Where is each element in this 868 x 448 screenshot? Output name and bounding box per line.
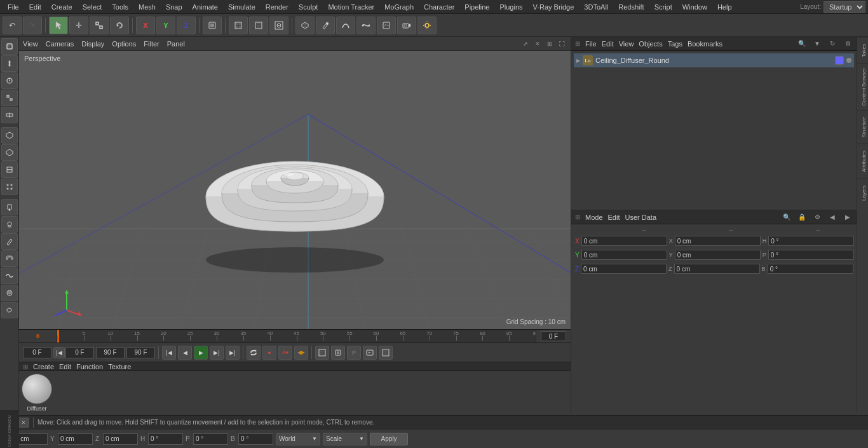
loop-btn[interactable]: [247, 346, 261, 360]
objects-refresh-icon[interactable]: ↻: [827, 39, 837, 49]
edge-mode-btn[interactable]: [1, 161, 18, 178]
timeline-track[interactable]: 051015202530354045505560657075808590: [57, 329, 536, 343]
scale-x-input[interactable]: [675, 236, 761, 246]
attr-search-icon[interactable]: 🔍: [782, 212, 792, 222]
pointer-tool[interactable]: [1, 38, 18, 55]
mode-cross-btn[interactable]: ×: [18, 417, 29, 428]
terrain-button[interactable]: [377, 17, 396, 34]
rot-h-input[interactable]: [768, 236, 854, 246]
viewport-expand-icon[interactable]: ⇗: [520, 39, 531, 49]
transform-tool-left[interactable]: [1, 107, 18, 123]
render-picture-button[interactable]: [269, 17, 288, 34]
objects-objects-menu[interactable]: Objects: [639, 40, 662, 48]
object-color-swatch[interactable]: [835, 56, 844, 65]
attr-settings-icon[interactable]: ⚙: [812, 212, 822, 222]
magnet-tool-btn[interactable]: [1, 250, 18, 267]
move-tool-left[interactable]: [1, 55, 18, 72]
attr-next-icon[interactable]: ▶: [843, 212, 853, 222]
attr-edit-menu[interactable]: Edit: [608, 214, 620, 221]
rot-b-input[interactable]: [768, 264, 853, 274]
material-function-menu[interactable]: Function: [76, 363, 103, 370]
menu-character[interactable]: Character: [419, 2, 459, 12]
preview-end-input[interactable]: [96, 347, 125, 358]
preview-start-input[interactable]: [65, 347, 94, 358]
menu-render[interactable]: Render: [261, 2, 294, 12]
preview-start-btn[interactable]: |◀: [53, 347, 65, 358]
next-frame-btn[interactable]: ▶|: [210, 346, 224, 360]
grab-tool-btn[interactable]: [1, 285, 18, 301]
3d-box-button[interactable]: [295, 17, 315, 34]
tab-content-browser[interactable]: Content Browser: [857, 64, 868, 110]
timeline-current-input[interactable]: [541, 331, 566, 341]
goto-end-btn[interactable]: ▶|: [226, 346, 240, 360]
scale-tool-button[interactable]: [90, 17, 109, 34]
attr-mode-menu[interactable]: Mode: [585, 214, 603, 221]
relax-tool-btn[interactable]: [1, 302, 18, 318]
layout-select[interactable]: Startup: [824, 1, 865, 13]
model-mode-button[interactable]: [203, 17, 222, 34]
viewport-filter-menu[interactable]: Filter: [144, 40, 159, 48]
objects-bookmarks-menu[interactable]: Bookmarks: [688, 40, 722, 48]
objects-settings-icon[interactable]: ⚙: [843, 39, 853, 49]
frame-view-btn[interactable]: [379, 346, 393, 360]
material-edit-menu[interactable]: Edit: [59, 363, 71, 370]
bottom-h-input[interactable]: [148, 433, 183, 445]
record-btn[interactable]: ●: [262, 346, 276, 360]
smooth-tool-btn[interactable]: [1, 268, 18, 284]
light-button[interactable]: [417, 17, 437, 34]
objects-search-icon[interactable]: 🔍: [797, 39, 807, 49]
scale-tool-left[interactable]: [1, 90, 18, 106]
bottom-z-input[interactable]: [103, 433, 138, 445]
menu-motion-tracker[interactable]: Motion Tracker: [323, 2, 379, 12]
deform-button[interactable]: [356, 17, 376, 34]
object-mode-btn[interactable]: [1, 127, 18, 144]
3d-viewport[interactable]: Perspective Grid Spacing : 10 cm: [19, 51, 571, 329]
auto-key-btn[interactable]: A●: [278, 346, 292, 360]
rotate-tool-left[interactable]: [1, 72, 18, 89]
paint-tool-btn[interactable]: [1, 199, 18, 215]
attr-lock-icon[interactable]: 🔒: [797, 212, 807, 222]
viewport-view-menu[interactable]: View: [23, 40, 38, 48]
move-tool-button[interactable]: ✛: [69, 17, 88, 34]
goto-start-btn[interactable]: |◀: [162, 346, 176, 360]
menu-file[interactable]: File: [3, 2, 24, 12]
bottom-scale-dropdown[interactable]: Scale ▼: [323, 433, 367, 445]
object-visibility-dot[interactable]: [846, 58, 851, 63]
pos-z-input[interactable]: [581, 264, 667, 274]
bottom-y-input[interactable]: [58, 433, 93, 445]
z-axis-button[interactable]: Z: [177, 17, 196, 34]
select-tool-button[interactable]: [49, 17, 68, 34]
redo-button[interactable]: ↷: [23, 17, 42, 34]
pos-x-input[interactable]: [581, 236, 667, 246]
camera-button[interactable]: [397, 17, 416, 34]
menu-mograph[interactable]: MoGraph: [379, 2, 419, 12]
menu-3dto[interactable]: 3DToAll: [579, 2, 613, 12]
key-selection-btn[interactable]: [294, 346, 308, 360]
anim-mode-btn[interactable]: P: [347, 346, 361, 360]
apply-button[interactable]: Apply: [370, 433, 408, 445]
menu-select[interactable]: Select: [78, 2, 107, 12]
viewport-panel-menu[interactable]: Panel: [167, 40, 185, 48]
bottom-b-input[interactable]: [238, 433, 273, 445]
vertex-mode-btn[interactable]: [1, 179, 18, 195]
objects-file-menu[interactable]: File: [585, 40, 597, 48]
scale-z-input[interactable]: [674, 264, 760, 274]
menu-simulate[interactable]: Simulate: [223, 2, 261, 12]
menu-mesh[interactable]: Mesh: [133, 2, 161, 12]
objects-filter-icon[interactable]: ▼: [812, 39, 822, 49]
polygon-mode-btn[interactable]: [1, 144, 18, 161]
x-axis-button[interactable]: X: [136, 17, 155, 34]
menu-create[interactable]: Create: [46, 2, 78, 12]
viewport-cameras-menu[interactable]: Cameras: [46, 40, 74, 48]
tab-structure[interactable]: Structure: [857, 110, 868, 144]
play-btn[interactable]: ▶: [194, 346, 208, 360]
tab-attributes[interactable]: Attributes: [857, 144, 868, 179]
undo-button[interactable]: ↶: [3, 17, 22, 34]
menu-help[interactable]: Help: [712, 2, 737, 12]
objects-edit-menu[interactable]: Edit: [602, 40, 614, 48]
spline-button[interactable]: [336, 17, 355, 34]
menu-redshift[interactable]: Redshift: [613, 2, 649, 12]
region-btn[interactable]: [331, 346, 345, 360]
menu-plugins[interactable]: Plugins: [494, 2, 527, 12]
render-anim-button[interactable]: [249, 17, 268, 34]
